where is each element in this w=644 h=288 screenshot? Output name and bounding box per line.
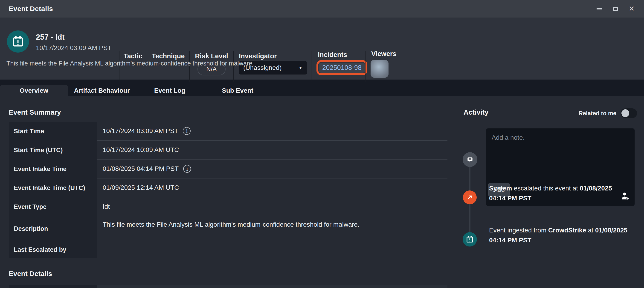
window-title: Event Details — [9, 5, 53, 13]
info-icon[interactable]: i — [183, 165, 191, 173]
related-to-me-toggle[interactable] — [620, 108, 637, 118]
escalation-arrow-icon — [463, 191, 477, 204]
event-header: 257 - Idt 10/17/2024 03:09 AM PST Tactic… — [0, 18, 644, 80]
toggle-knob — [622, 109, 629, 117]
tactic-label: Tactic — [120, 52, 146, 60]
tab-overview[interactable]: Overview — [0, 85, 68, 96]
event-summary-heading: Event Summary — [9, 108, 61, 116]
viewers-label: Viewers — [371, 50, 396, 58]
event-details-window: Event Details ✕ 257 - Idt 10/17/2024 03:… — [0, 0, 644, 288]
row-label-event-type: Event Type — [9, 197, 97, 216]
related-to-me-group: Related to me — [579, 108, 637, 118]
incident-id-link[interactable]: 20250108-98 — [319, 63, 365, 73]
tab-sub-event[interactable]: Sub Event — [204, 85, 272, 96]
row-value-start-time-utc: 10/17/2024 10:09 AM UTC — [97, 141, 448, 160]
tab-event-log[interactable]: Event Log — [136, 85, 204, 96]
risk-level-label: Risk Level — [190, 52, 233, 60]
maximize-icon — [613, 7, 618, 11]
event-calendar-icon — [7, 31, 29, 53]
activity-heading: Activity — [464, 108, 488, 116]
row-label-description: Description — [9, 216, 97, 241]
minimize-button[interactable] — [595, 4, 604, 13]
activity-panel: Activity Related to me Add — [463, 96, 638, 288]
row-value-start-time: 10/17/2024 03:09 AM PST i — [97, 122, 448, 141]
chevron-down-icon: ▼ — [298, 65, 303, 70]
ingestion-calendar-icon — [463, 232, 477, 246]
timeline-entry-escalation: System escalated this event at 01/08/202… — [489, 183, 640, 203]
row-label-last-escalated-by: Last Escalated by — [9, 241, 97, 258]
event-description: This file meets the File Analysis ML alg… — [6, 60, 254, 67]
event-details-heading: Event Details — [9, 270, 52, 278]
row-value-intake-time: 01/08/2025 04:14 PM PST i — [97, 160, 448, 179]
viewers-column: Viewers — [365, 51, 422, 82]
overview-tab-content: Event Summary Start Time 10/17/2024 03:0… — [0, 96, 644, 288]
titlebar: Event Details ✕ — [0, 0, 644, 18]
minimize-icon — [596, 8, 602, 10]
row-value-event-type: Idt — [97, 197, 448, 216]
row-value-description: This file meets the File Analysis ML alg… — [97, 216, 448, 241]
row-label-start-time: Start Time — [9, 122, 97, 141]
row-value-last-escalated-by — [97, 241, 448, 258]
row-value-intake-time-utc: 01/09/2025 12:14 AM UTC — [97, 179, 448, 197]
tab-artifact-behaviour[interactable]: Artifact Behaviour — [68, 85, 136, 96]
note-comment-icon — [463, 152, 477, 167]
event-title-block: 257 - Idt 10/17/2024 03:09 AM PST — [36, 31, 112, 52]
related-to-me-label: Related to me — [579, 110, 616, 117]
event-identity: 257 - Idt 10/17/2024 03:09 AM PST — [7, 31, 112, 53]
incidents-label: Incidents — [318, 51, 347, 59]
close-icon: ✕ — [628, 5, 634, 12]
investigator-label: Investigator — [239, 52, 277, 60]
maximize-button[interactable] — [611, 4, 620, 13]
incidents-column: Incidents 20250108-98 — [311, 51, 365, 82]
timeline-entry-ingestion: Event ingested from CrowdStrike at 01/08… — [489, 225, 640, 245]
event-date: 10/17/2024 03:09 AM PST — [36, 44, 112, 52]
note-input[interactable] — [486, 128, 634, 182]
row-label-intake-time: Event Intake Time — [9, 160, 97, 179]
close-button[interactable]: ✕ — [627, 4, 636, 13]
row-label-intake-time-utc: Event Intake Time (UTC) — [9, 179, 97, 197]
event-summary-table: Start Time 10/17/2024 03:09 AM PST i Sta… — [9, 122, 448, 258]
technique-label: Technique — [147, 52, 189, 60]
viewer-avatar[interactable] — [370, 60, 388, 78]
window-controls: ✕ — [595, 4, 636, 13]
event-details-table-partial — [9, 285, 448, 288]
event-title: 257 - Idt — [36, 33, 112, 42]
incident-highlight-ring: 20250108-98 — [316, 60, 367, 75]
row-label-start-time-utc: Start Time (UTC) — [9, 141, 97, 160]
info-icon[interactable]: i — [183, 127, 190, 135]
